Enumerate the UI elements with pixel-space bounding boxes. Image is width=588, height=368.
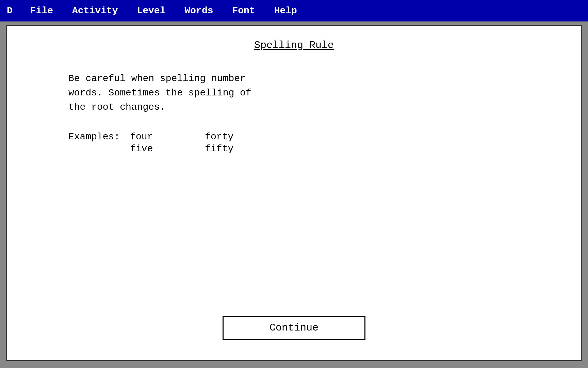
body-line3: the root changes. [68,102,166,112]
main-window: Spelling Rule Be careful when spelling n… [6,25,582,361]
body-line1: Be careful when spelling number [68,73,246,84]
examples-label: Examples: [68,132,120,142]
body-line2: words. Sometimes the spelling of [68,88,251,98]
menu-bar: D File Activity Level Words Font Help [0,0,588,21]
menu-file[interactable]: File [21,5,63,16]
menu-help[interactable]: Help [265,5,307,16]
example-word-five: five [130,143,164,154]
examples-row-2: five fifty [130,143,239,154]
example-word-forty: forty [205,132,239,142]
menu-level[interactable]: Level [127,5,175,16]
menu-activity[interactable]: Activity [63,5,127,16]
examples-section: Examples: four forty five fifty [68,132,239,154]
menu-words[interactable]: Words [175,5,223,16]
examples-words: four forty five fifty [130,132,239,154]
continue-button[interactable]: Continue [223,316,365,340]
menu-d[interactable]: D [3,5,21,16]
example-word-four: four [130,132,164,142]
menu-font[interactable]: Font [223,5,264,16]
examples-row: Examples: four forty five fifty [68,132,239,154]
window-title: Spelling Rule [254,40,334,51]
examples-row-1: four forty [130,132,239,142]
example-word-fifty: fifty [205,143,239,154]
body-text: Be careful when spelling number words. S… [68,72,251,114]
